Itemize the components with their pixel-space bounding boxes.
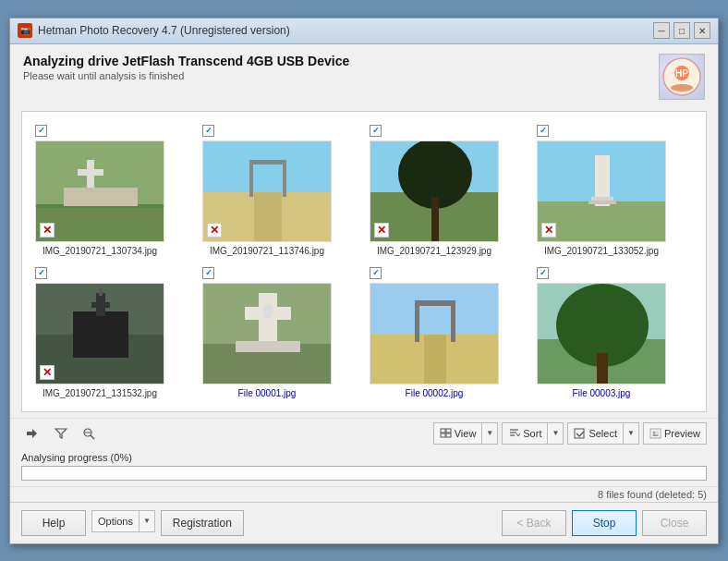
main-window: 📷 Hetman Photo Recovery 4.7 (Unregistere…	[9, 18, 719, 544]
photo-item-7[interactable]: File 00002.jpg	[364, 262, 531, 404]
view-label: View	[455, 428, 477, 439]
svg-rect-53	[446, 429, 451, 433]
preview-label: Preview	[664, 428, 700, 439]
svg-rect-36	[236, 341, 300, 352]
svg-text:HP: HP	[675, 68, 688, 79]
photo-thumb-wrapper-8	[537, 283, 666, 384]
scan-icon-btn[interactable]	[77, 422, 101, 445]
photo-thumb-wrapper-7	[370, 283, 499, 384]
close-button[interactable]: ✕	[694, 22, 710, 39]
photo-item-1[interactable]: ✕IMG_20190721_130734.jpg	[30, 119, 197, 262]
bottom-toolbar: View ▼ Sort ▼ Select ▼ Preview	[10, 418, 718, 448]
maximize-button[interactable]: □	[673, 22, 690, 39]
photo-name-4: IMG_20190721_133052.jpg	[537, 246, 666, 256]
title-bar-controls: ─ □ ✕	[653, 22, 710, 39]
close-button-footer[interactable]: Close	[642, 510, 707, 536]
select-label: Select	[588, 428, 617, 439]
svg-rect-39	[370, 284, 499, 335]
photo-checkbox-4[interactable]	[537, 125, 549, 137]
photo-thumb-wrapper-5: ✕	[35, 283, 164, 384]
select-btn-main[interactable]: Select	[567, 422, 623, 445]
status-bar: 8 files found (deleted: 5)	[10, 486, 718, 502]
photo-checkbox-3[interactable]	[370, 125, 382, 137]
help-button[interactable]: Help	[21, 510, 86, 536]
svg-rect-14	[283, 160, 286, 197]
options-split-btn[interactable]: Options ▼	[91, 510, 155, 536]
photo-name-5: IMG_20190721_131532.jpg	[35, 388, 164, 398]
photo-checkbox-8[interactable]	[537, 267, 549, 279]
svg-rect-55	[446, 433, 451, 437]
back-button[interactable]: < Back	[502, 510, 566, 536]
app-icon: 📷	[18, 23, 32, 38]
photo-thumb-wrapper-1: ✕	[35, 140, 164, 242]
photo-name-6: File 00001.jpg	[202, 388, 332, 398]
photo-item-8[interactable]: File 00003.jpg	[531, 262, 698, 404]
photo-item-2[interactable]: ✕IMG_20190721_113746.jpg	[197, 119, 364, 262]
filter-icon-btn[interactable]	[49, 422, 73, 445]
photo-name-7: File 00002.jpg	[370, 388, 499, 398]
svg-rect-7	[78, 169, 103, 176]
photo-thumb-wrapper-6	[202, 283, 332, 384]
photo-name-1: IMG_20190721_130734.jpg	[35, 246, 164, 256]
svg-rect-20	[431, 197, 439, 242]
delete-badge-4: ✕	[541, 223, 556, 238]
photo-checkbox-7[interactable]	[370, 267, 382, 279]
photo-thumb-wrapper-4: ✕	[537, 140, 666, 242]
navigate-back-icon-btn[interactable]	[21, 422, 45, 445]
photo-name-8: File 00003.jpg	[537, 388, 666, 398]
photo-thumb-wrapper-2: ✕	[202, 140, 332, 242]
minimize-button[interactable]: ─	[653, 22, 670, 39]
svg-line-50	[91, 435, 94, 439]
photo-name-3: IMG_20190721_123929.jpg	[370, 246, 499, 256]
view-split-btn[interactable]: View ▼	[433, 422, 499, 445]
svg-rect-13	[249, 160, 253, 197]
delete-badge-3: ✕	[374, 223, 389, 238]
view-btn-main[interactable]: View	[433, 422, 482, 445]
photo-checkbox-1[interactable]	[35, 125, 47, 137]
svg-rect-34	[259, 293, 277, 348]
svg-point-37	[262, 304, 273, 319]
sort-split-btn[interactable]: Sort ▼	[502, 422, 564, 445]
photo-checkbox-2[interactable]	[202, 125, 214, 137]
delete-badge-2: ✕	[207, 223, 222, 238]
photo-item-3[interactable]: ✕IMG_20190721_123929.jpg	[364, 119, 531, 262]
header-title: Analyzing drive JetFlash Transcend 4GB U…	[23, 54, 349, 68]
svg-rect-52	[441, 429, 445, 433]
stop-button[interactable]: Stop	[572, 510, 637, 536]
progress-area: Analysing progress (0%)	[10, 448, 718, 486]
content-area[interactable]: ✕IMG_20190721_130734.jpg ✕IMG_20190721_1…	[21, 111, 707, 412]
svg-point-2	[671, 84, 693, 91]
svg-rect-44	[424, 335, 446, 384]
photo-name-2: IMG_20190721_113746.jpg	[202, 246, 332, 256]
svg-rect-9	[64, 188, 138, 206]
photo-checkbox-6[interactable]	[202, 267, 214, 279]
footer-left: Help Options ▼ Registration	[21, 510, 244, 536]
delete-badge-5: ✕	[40, 365, 55, 380]
photo-item-4[interactable]: ✕IMG_20190721_133052.jpg	[531, 119, 698, 262]
select-dropdown-arrow[interactable]: ▼	[623, 422, 639, 445]
preview-button[interactable]: Preview	[643, 422, 707, 445]
photo-item-5[interactable]: ✕IMG_20190721_131532.jpg	[30, 262, 197, 404]
sort-dropdown-arrow[interactable]: ▼	[547, 422, 564, 445]
svg-rect-16	[254, 192, 282, 242]
photo-checkbox-5[interactable]	[35, 267, 47, 279]
header: Analyzing drive JetFlash Transcend 4GB U…	[10, 44, 718, 105]
photo-item-6[interactable]: File 00001.jpg	[197, 262, 364, 404]
toolbar-left-icons	[21, 422, 101, 445]
options-btn-main[interactable]: Options	[91, 510, 139, 532]
photo-thumb-wrapper-3: ✕	[370, 140, 499, 242]
options-dropdown-arrow[interactable]: ▼	[139, 510, 155, 532]
svg-rect-43	[417, 300, 451, 306]
sort-btn-main[interactable]: Sort	[502, 422, 547, 445]
app-logo: HP	[659, 54, 705, 100]
svg-rect-5	[36, 206, 164, 242]
registration-button[interactable]: Registration	[161, 510, 244, 536]
delete-badge-1: ✕	[40, 223, 55, 238]
title-bar-title: Hetman Photo Recovery 4.7 (Unregistered …	[38, 24, 290, 37]
select-split-btn[interactable]: Select ▼	[567, 422, 639, 445]
svg-rect-48	[597, 353, 608, 384]
svg-point-61	[653, 432, 655, 433]
progress-label: Analysing progress (0%)	[21, 452, 707, 463]
view-dropdown-arrow[interactable]: ▼	[481, 422, 498, 445]
footer-buttons: Help Options ▼ Registration < Back Stop …	[10, 502, 718, 543]
